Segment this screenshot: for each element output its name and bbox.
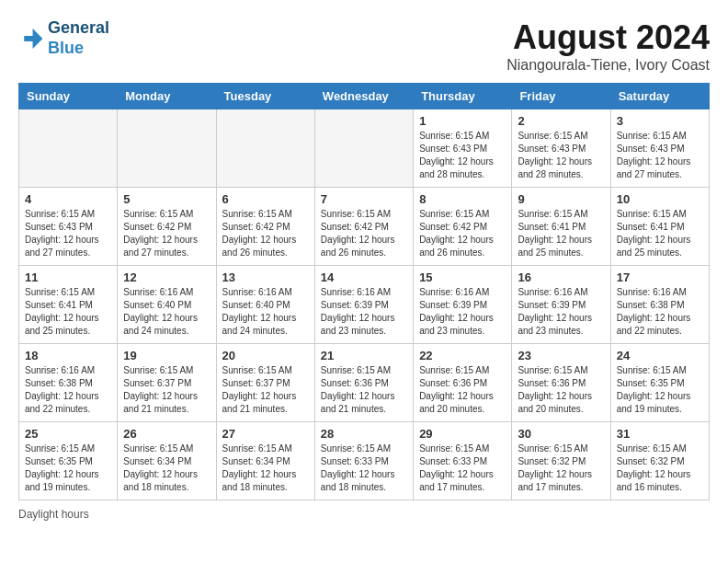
cell-daylight-info: Sunrise: 6:15 AM Sunset: 6:41 PM Dayligh… xyxy=(25,286,111,338)
logo-text: General Blue xyxy=(48,18,109,58)
calendar-cell: 12Sunrise: 6:16 AM Sunset: 6:40 PM Dayli… xyxy=(118,266,216,344)
cell-daylight-info: Sunrise: 6:15 AM Sunset: 6:43 PM Dayligh… xyxy=(419,130,506,181)
cell-daylight-info: Sunrise: 6:16 AM Sunset: 6:40 PM Dayligh… xyxy=(222,286,309,338)
date-number: 21 xyxy=(321,349,407,362)
date-number: 13 xyxy=(222,270,309,284)
calendar-week-row: 4Sunrise: 6:15 AM Sunset: 6:43 PM Daylig… xyxy=(19,188,710,266)
date-number: 16 xyxy=(518,270,604,284)
calendar-cell: 19Sunrise: 6:15 AM Sunset: 6:37 PM Dayli… xyxy=(118,344,216,422)
calendar-cell: 11Sunrise: 6:15 AM Sunset: 6:41 PM Dayli… xyxy=(19,266,118,344)
cell-daylight-info: Sunrise: 6:15 AM Sunset: 6:43 PM Dayligh… xyxy=(617,130,703,181)
calendar-cell: 16Sunrise: 6:16 AM Sunset: 6:39 PM Dayli… xyxy=(512,266,610,344)
cell-daylight-info: Sunrise: 6:15 AM Sunset: 6:36 PM Dayligh… xyxy=(419,364,506,416)
calendar-cell: 17Sunrise: 6:16 AM Sunset: 6:38 PM Dayli… xyxy=(610,266,709,344)
calendar-cell: 8Sunrise: 6:15 AM Sunset: 6:42 PM Daylig… xyxy=(414,188,512,266)
cell-daylight-info: Sunrise: 6:16 AM Sunset: 6:39 PM Dayligh… xyxy=(518,286,604,338)
calendar-cell xyxy=(118,109,216,188)
calendar-cell: 4Sunrise: 6:15 AM Sunset: 6:43 PM Daylig… xyxy=(19,188,118,266)
date-number: 8 xyxy=(419,192,506,206)
cell-daylight-info: Sunrise: 6:15 AM Sunset: 6:41 PM Dayligh… xyxy=(518,208,604,259)
cell-daylight-info: Sunrise: 6:15 AM Sunset: 6:42 PM Dayligh… xyxy=(123,208,210,259)
calendar-week-row: 1Sunrise: 6:15 AM Sunset: 6:43 PM Daylig… xyxy=(19,109,710,188)
cell-daylight-info: Sunrise: 6:16 AM Sunset: 6:39 PM Dayligh… xyxy=(321,286,407,338)
date-number: 30 xyxy=(518,427,604,441)
calendar-cell: 23Sunrise: 6:15 AM Sunset: 6:36 PM Dayli… xyxy=(512,344,610,422)
title-section: August 2024 Niangourala-Tiene, Ivory Coa… xyxy=(506,18,710,74)
day-header: Tuesday xyxy=(216,84,314,109)
date-number: 10 xyxy=(617,192,703,206)
cell-daylight-info: Sunrise: 6:15 AM Sunset: 6:33 PM Dayligh… xyxy=(419,442,506,494)
cell-daylight-info: Sunrise: 6:15 AM Sunset: 6:37 PM Dayligh… xyxy=(222,364,309,416)
date-number: 9 xyxy=(518,192,604,206)
date-number: 5 xyxy=(123,192,210,206)
cell-daylight-info: Sunrise: 6:15 AM Sunset: 6:33 PM Dayligh… xyxy=(321,442,407,494)
cell-daylight-info: Sunrise: 6:15 AM Sunset: 6:42 PM Dayligh… xyxy=(419,208,506,259)
day-header: Sunday xyxy=(19,84,118,109)
page-header: General Blue August 2024 Niangourala-Tie… xyxy=(18,18,710,74)
calendar-cell xyxy=(216,109,314,188)
cell-daylight-info: Sunrise: 6:15 AM Sunset: 6:42 PM Dayligh… xyxy=(321,208,407,259)
date-number: 11 xyxy=(25,270,111,284)
calendar-cell: 27Sunrise: 6:15 AM Sunset: 6:34 PM Dayli… xyxy=(216,422,314,500)
date-number: 2 xyxy=(518,114,604,128)
calendar-cell: 14Sunrise: 6:16 AM Sunset: 6:39 PM Dayli… xyxy=(314,266,413,344)
cell-daylight-info: Sunrise: 6:15 AM Sunset: 6:34 PM Dayligh… xyxy=(123,442,210,494)
date-number: 26 xyxy=(123,427,210,441)
calendar-cell: 15Sunrise: 6:16 AM Sunset: 6:39 PM Dayli… xyxy=(414,266,512,344)
cell-daylight-info: Sunrise: 6:15 AM Sunset: 6:43 PM Dayligh… xyxy=(518,130,604,181)
calendar-cell: 9Sunrise: 6:15 AM Sunset: 6:41 PM Daylig… xyxy=(512,188,610,266)
day-header: Thursday xyxy=(414,84,512,109)
date-number: 27 xyxy=(222,427,309,441)
location-label: Niangourala-Tiene, Ivory Coast xyxy=(506,57,710,74)
date-number: 3 xyxy=(617,114,703,128)
calendar-week-row: 11Sunrise: 6:15 AM Sunset: 6:41 PM Dayli… xyxy=(19,266,710,344)
calendar-cell: 25Sunrise: 6:15 AM Sunset: 6:35 PM Dayli… xyxy=(19,422,118,500)
cell-daylight-info: Sunrise: 6:15 AM Sunset: 6:35 PM Dayligh… xyxy=(617,364,703,416)
calendar-cell: 2Sunrise: 6:15 AM Sunset: 6:43 PM Daylig… xyxy=(512,109,610,188)
cell-daylight-info: Sunrise: 6:15 AM Sunset: 6:32 PM Dayligh… xyxy=(518,442,604,494)
calendar-cell: 24Sunrise: 6:15 AM Sunset: 6:35 PM Dayli… xyxy=(610,344,709,422)
cell-daylight-info: Sunrise: 6:15 AM Sunset: 6:35 PM Dayligh… xyxy=(25,442,111,494)
date-number: 29 xyxy=(419,427,506,441)
cell-daylight-info: Sunrise: 6:15 AM Sunset: 6:34 PM Dayligh… xyxy=(222,442,309,494)
date-number: 4 xyxy=(25,192,111,206)
calendar-cell: 6Sunrise: 6:15 AM Sunset: 6:42 PM Daylig… xyxy=(216,188,314,266)
cell-daylight-info: Sunrise: 6:15 AM Sunset: 6:36 PM Dayligh… xyxy=(321,364,407,416)
calendar-cell: 30Sunrise: 6:15 AM Sunset: 6:32 PM Dayli… xyxy=(512,422,610,500)
date-number: 12 xyxy=(123,270,210,284)
day-header: Saturday xyxy=(610,84,709,109)
day-header: Wednesday xyxy=(314,84,413,109)
date-number: 17 xyxy=(617,270,703,284)
calendar-cell: 31Sunrise: 6:15 AM Sunset: 6:32 PM Dayli… xyxy=(610,422,709,500)
month-year-title: August 2024 xyxy=(506,18,710,57)
cell-daylight-info: Sunrise: 6:15 AM Sunset: 6:37 PM Dayligh… xyxy=(123,364,210,416)
date-number: 14 xyxy=(321,270,407,284)
calendar-cell: 26Sunrise: 6:15 AM Sunset: 6:34 PM Dayli… xyxy=(118,422,216,500)
calendar-cell: 18Sunrise: 6:16 AM Sunset: 6:38 PM Dayli… xyxy=(19,344,118,422)
cell-daylight-info: Sunrise: 6:15 AM Sunset: 6:43 PM Dayligh… xyxy=(25,208,111,259)
day-header: Monday xyxy=(118,84,216,109)
day-header: Friday xyxy=(512,84,610,109)
date-number: 23 xyxy=(518,349,604,362)
calendar-cell xyxy=(314,109,413,188)
calendar-cell: 5Sunrise: 6:15 AM Sunset: 6:42 PM Daylig… xyxy=(118,188,216,266)
date-number: 22 xyxy=(419,349,506,362)
calendar-cell: 28Sunrise: 6:15 AM Sunset: 6:33 PM Dayli… xyxy=(314,422,413,500)
calendar-cell: 7Sunrise: 6:15 AM Sunset: 6:42 PM Daylig… xyxy=(314,188,413,266)
date-number: 15 xyxy=(419,270,506,284)
date-number: 31 xyxy=(617,427,703,441)
date-number: 28 xyxy=(321,427,407,441)
date-number: 19 xyxy=(123,349,210,362)
date-number: 24 xyxy=(617,349,703,362)
date-number: 25 xyxy=(25,427,111,441)
cell-daylight-info: Sunrise: 6:16 AM Sunset: 6:39 PM Dayligh… xyxy=(419,286,506,338)
footer-note: Daylight hours xyxy=(18,508,710,521)
date-number: 6 xyxy=(222,192,309,206)
logo: General Blue xyxy=(18,18,109,58)
cell-daylight-info: Sunrise: 6:15 AM Sunset: 6:42 PM Dayligh… xyxy=(222,208,309,259)
calendar-cell: 10Sunrise: 6:15 AM Sunset: 6:41 PM Dayli… xyxy=(610,188,709,266)
calendar-week-row: 25Sunrise: 6:15 AM Sunset: 6:35 PM Dayli… xyxy=(19,422,710,500)
cell-daylight-info: Sunrise: 6:15 AM Sunset: 6:32 PM Dayligh… xyxy=(617,442,703,494)
calendar-cell: 29Sunrise: 6:15 AM Sunset: 6:33 PM Dayli… xyxy=(414,422,512,500)
calendar-cell: 22Sunrise: 6:15 AM Sunset: 6:36 PM Dayli… xyxy=(414,344,512,422)
